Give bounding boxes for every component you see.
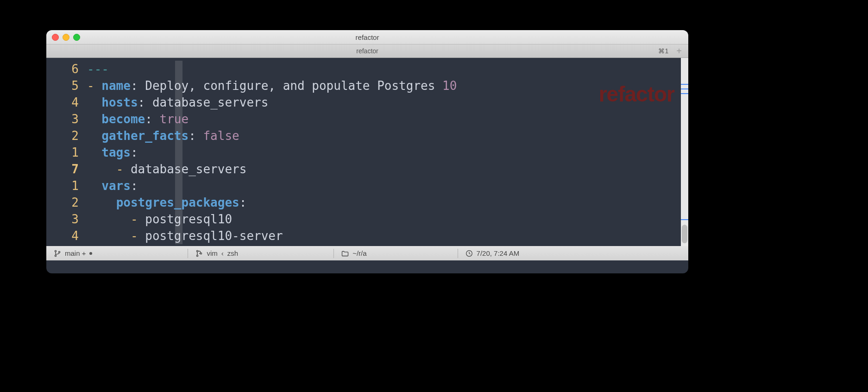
scroll-mark bbox=[681, 89, 688, 89]
cwd-status[interactable]: ~/r/a bbox=[334, 246, 374, 260]
time-label: 7/20, 7:24 AM bbox=[477, 249, 520, 257]
proc-2: zsh bbox=[227, 249, 238, 257]
line-number: 1 bbox=[46, 144, 87, 161]
proc-1: vim bbox=[207, 249, 217, 257]
process-status[interactable]: vim ‹ zsh bbox=[188, 246, 245, 260]
titlebar[interactable]: refactor bbox=[46, 30, 688, 44]
close-icon[interactable] bbox=[52, 34, 59, 41]
svg-point-4 bbox=[197, 255, 198, 256]
clock-status: 7/20, 7:24 AM bbox=[458, 246, 527, 260]
code-row: 4 hosts: database_servers bbox=[46, 94, 681, 111]
scroll-mark bbox=[681, 84, 688, 85]
clock-icon bbox=[465, 250, 473, 257]
proc-sep: ‹ bbox=[221, 249, 224, 257]
git-status[interactable]: main + bbox=[46, 246, 100, 260]
editor-area[interactable]: refactor 6--- 5- name: Deploy, configure… bbox=[46, 58, 688, 246]
code-row: 4 - postgresql10-server bbox=[46, 228, 681, 244]
line-number: 5 bbox=[46, 77, 87, 94]
code-lines: 6--- 5- name: Deploy, configure, and pop… bbox=[46, 61, 681, 244]
line-number: 3 bbox=[46, 211, 87, 228]
code-row: 3 become: true bbox=[46, 111, 681, 127]
process-icon bbox=[195, 250, 203, 257]
svg-point-3 bbox=[197, 250, 198, 252]
code-row: 1 tags: bbox=[46, 144, 681, 161]
code-row: 7 - database_servers bbox=[46, 161, 681, 177]
code-row: 2 postgres_packages: bbox=[46, 194, 681, 211]
tab-refactor[interactable]: refactor bbox=[46, 47, 688, 55]
branch-label: main + bbox=[65, 249, 86, 257]
scrollbar[interactable] bbox=[681, 58, 688, 246]
code-row: 3 - postgresql10 bbox=[46, 211, 681, 228]
traffic-lights bbox=[52, 34, 80, 41]
svg-point-5 bbox=[201, 253, 202, 254]
dirty-dot-icon bbox=[89, 252, 92, 255]
scroll-mark bbox=[681, 219, 688, 220]
line-number: 1 bbox=[46, 177, 87, 194]
svg-point-2 bbox=[58, 251, 60, 253]
line-number: 2 bbox=[46, 127, 87, 144]
line-number: 2 bbox=[46, 194, 87, 211]
folder-icon bbox=[341, 250, 349, 257]
window-title: refactor bbox=[46, 33, 688, 41]
tab-shortcut: ⌘1 bbox=[658, 47, 669, 55]
minimize-icon[interactable] bbox=[63, 34, 69, 41]
new-tab-button[interactable]: + bbox=[673, 46, 685, 57]
terminal-window: refactor refactor ⌘1 + refactor 6--- 5- … bbox=[46, 30, 688, 273]
scroll-mark bbox=[681, 93, 688, 94]
code-row: 2 gather_facts: false bbox=[46, 127, 681, 144]
tabbar: refactor ⌘1 + bbox=[46, 44, 688, 58]
line-number: 6 bbox=[46, 61, 87, 77]
code-row: 6--- bbox=[46, 61, 681, 77]
line-number: 4 bbox=[46, 94, 87, 111]
scroll-thumb[interactable] bbox=[682, 225, 687, 243]
line-number: 3 bbox=[46, 111, 87, 127]
code-row: 5- name: Deploy, configure, and populate… bbox=[46, 77, 681, 94]
svg-point-1 bbox=[55, 255, 56, 256]
svg-point-0 bbox=[55, 250, 56, 252]
maximize-icon[interactable] bbox=[73, 34, 80, 41]
cwd-label: ~/r/a bbox=[352, 249, 366, 257]
line-number-current: 7 bbox=[46, 161, 87, 177]
git-branch-icon bbox=[54, 250, 61, 257]
code-row: 1 vars: bbox=[46, 177, 681, 194]
line-number: 4 bbox=[46, 228, 87, 244]
statusbar: main + vim ‹ zsh ~/r/a 7/20, 7:24 AM bbox=[46, 246, 688, 260]
